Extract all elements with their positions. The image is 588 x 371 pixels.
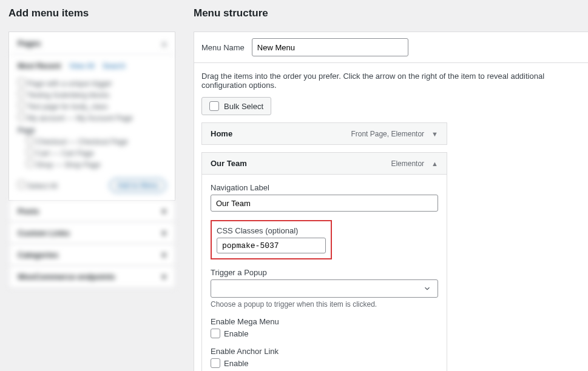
bulk-select-button[interactable]: Bulk Select: [201, 97, 271, 115]
chevron-up-icon: ▴: [162, 38, 166, 48]
enable-anchor-link-label: Enable Anchor Link: [211, 347, 438, 356]
posts-metabox[interactable]: Posts▾: [8, 201, 175, 222]
chevron-down-icon: ▾: [162, 272, 166, 281]
chevron-down-icon: ▾: [162, 250, 166, 259]
menu-item-home: Home Front Page, Elementor ▼: [201, 122, 447, 145]
navigation-label-label: Navigation Label: [211, 183, 438, 192]
css-classes-highlight: CSS Classes (optional): [211, 220, 332, 259]
enable-anchor-link-text: Enable: [224, 359, 248, 368]
list-item[interactable]: Checkout — Checkout Page: [26, 136, 163, 146]
tab-most-recent[interactable]: Most Recent: [18, 62, 61, 70]
select-all[interactable]: Select All: [18, 181, 58, 190]
menu-name-label: Menu Name: [201, 43, 245, 52]
pages-list: Page with a unique trigger Testing Guten…: [18, 76, 166, 171]
add-menu-items-heading: Add menu items: [8, 7, 175, 19]
menu-item-home-header[interactable]: Home Front Page, Elementor ▼: [202, 123, 447, 144]
menu-item-our-team: Our Team Elementor ▲ Navigation Label CS…: [201, 152, 447, 371]
css-classes-label: CSS Classes (optional): [217, 226, 326, 235]
enable-mega-menu-label: Enable Mega Menu: [211, 317, 438, 326]
enable-mega-menu-checkbox[interactable]: [211, 329, 220, 338]
menu-item-type: Front Page, Elementor: [351, 130, 424, 138]
menu-item-type: Elementor: [391, 159, 424, 168]
trigger-popup-label: Trigger a Popup: [211, 268, 438, 277]
enable-mega-menu-text: Enable: [224, 329, 248, 338]
list-item[interactable]: My account — My Account Page: [18, 113, 163, 122]
menu-item-title: Our Team: [211, 159, 247, 168]
list-item[interactable]: Shop — Shop Page: [26, 159, 163, 169]
navigation-label-input[interactable]: [211, 195, 438, 212]
list-item[interactable]: Testing Gutenberg blocks: [18, 90, 163, 99]
list-item[interactable]: Test page for body_class: [18, 101, 163, 111]
menu-structure-heading: Menu structure: [194, 7, 588, 19]
categories-metabox[interactable]: Categories▾: [8, 244, 175, 266]
add-to-menu-button[interactable]: Add to Menu: [109, 178, 166, 193]
woocommerce-endpoints-metabox[interactable]: WooCommerce endpoints▾: [8, 266, 175, 288]
trigger-popup-select[interactable]: [211, 279, 438, 298]
tab-search[interactable]: Search: [103, 62, 126, 70]
trigger-popup-help: Choose a popup to trigger when this item…: [211, 300, 438, 309]
menu-item-title: Home: [211, 129, 232, 138]
chevron-down-icon: ▼: [431, 130, 438, 138]
pages-metabox-title: Pages: [18, 39, 41, 48]
drag-instructions: Drag the items into the order you prefer…: [194, 63, 588, 97]
enable-anchor-link-checkbox[interactable]: [211, 358, 220, 368]
chevron-down-icon: ▾: [162, 229, 166, 238]
list-item[interactable]: Page with a unique trigger: [18, 78, 163, 88]
css-classes-input[interactable]: [217, 238, 326, 253]
tab-view-all[interactable]: View All: [69, 62, 95, 70]
menu-item-our-team-header[interactable]: Our Team Elementor ▲: [202, 153, 447, 174]
checkbox-icon: [209, 101, 219, 111]
pages-metabox-header[interactable]: Pages ▴: [9, 32, 175, 55]
chevron-down-icon: [423, 284, 431, 293]
list-item[interactable]: Cart — Cart Page: [26, 148, 163, 158]
chevron-down-icon: ▾: [162, 207, 166, 216]
menu-name-input[interactable]: [252, 38, 408, 56]
custom-links-metabox[interactable]: Custom Links▾: [8, 222, 175, 244]
chevron-up-icon: ▲: [431, 160, 438, 167]
